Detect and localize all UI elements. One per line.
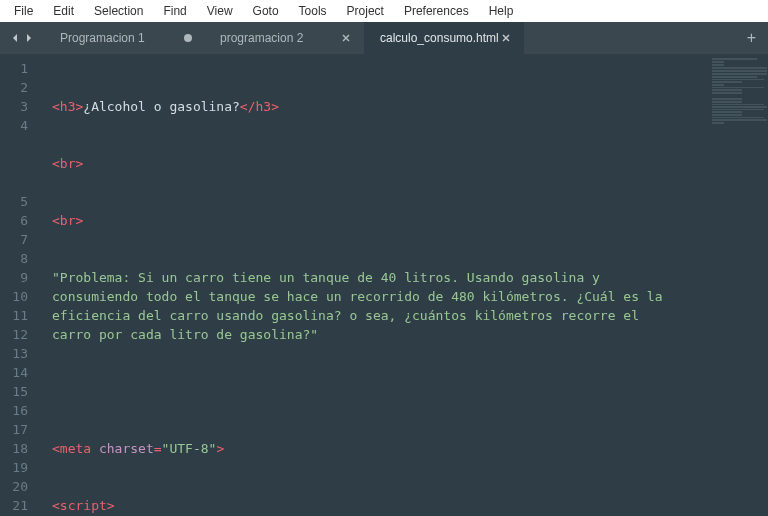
line-number: 2 (0, 78, 40, 97)
tab-calculo-consumo[interactable]: calculo_consumo.html (364, 22, 524, 54)
close-icon[interactable] (340, 32, 352, 44)
dirty-indicator-icon (184, 34, 192, 42)
line-number: 18 (0, 439, 40, 458)
menu-view[interactable]: View (197, 2, 243, 20)
line-number: 3 (0, 97, 40, 116)
tab-programacion-2[interactable]: programacion 2 (204, 22, 364, 54)
code-content[interactable]: <h3>¿Alcohol o gasolina?</h3> <br> <br> … (40, 54, 768, 516)
line-number: 21 (0, 496, 40, 515)
line-number: 7 (0, 230, 40, 249)
line-number: 20 (0, 477, 40, 496)
menu-preferences[interactable]: Preferences (394, 2, 479, 20)
nav-back-icon[interactable] (10, 29, 20, 47)
tab-bar: Programacion 1 programacion 2 calculo_co… (0, 22, 768, 54)
menu-find[interactable]: Find (153, 2, 196, 20)
line-number: 8 (0, 249, 40, 268)
menu-help[interactable]: Help (479, 2, 524, 20)
tab-label: calculo_consumo.html (380, 31, 499, 45)
line-gutter: 1 2 3 4 5 6 7 8 9 10 11 12 13 14 15 16 1… (0, 54, 40, 516)
line-number: 12 (0, 325, 40, 344)
menu-edit[interactable]: Edit (43, 2, 84, 20)
code-line: <h3>¿Alcohol o gasolina?</h3> (40, 97, 768, 116)
line-number: 10 (0, 287, 40, 306)
line-number: 13 (0, 344, 40, 363)
line-number: 1 (0, 59, 40, 78)
code-line: <br> (40, 211, 768, 230)
code-line: <meta charset="UTF-8"> (40, 439, 768, 458)
close-icon[interactable] (500, 32, 512, 44)
line-number: 6 (0, 211, 40, 230)
line-number: 4 (0, 116, 40, 192)
minimap[interactable] (708, 54, 768, 516)
line-number: 15 (0, 382, 40, 401)
line-number: 5 (0, 192, 40, 211)
menu-goto[interactable]: Goto (243, 2, 289, 20)
line-number: 9 (0, 268, 40, 287)
code-line: "Problema: Si un carro tiene un tanque d… (40, 268, 768, 344)
tab-label: programacion 2 (220, 31, 303, 45)
line-number: 14 (0, 363, 40, 382)
menu-selection[interactable]: Selection (84, 2, 153, 20)
editor-area[interactable]: 1 2 3 4 5 6 7 8 9 10 11 12 13 14 15 16 1… (0, 54, 768, 516)
menu-tools[interactable]: Tools (289, 2, 337, 20)
tab-programacion-1[interactable]: Programacion 1 (44, 22, 204, 54)
tab-label: Programacion 1 (60, 31, 145, 45)
code-line (40, 382, 768, 401)
nav-forward-icon[interactable] (24, 29, 34, 47)
menu-project[interactable]: Project (337, 2, 394, 20)
line-number: 11 (0, 306, 40, 325)
line-number: 19 (0, 458, 40, 477)
line-number: 16 (0, 401, 40, 420)
menu-file[interactable]: File (4, 2, 43, 20)
menu-bar: File Edit Selection Find View Goto Tools… (0, 0, 768, 22)
line-number: 17 (0, 420, 40, 439)
new-tab-button[interactable]: + (735, 29, 768, 47)
code-line: <script> (40, 496, 768, 515)
code-line: <br> (40, 154, 768, 173)
